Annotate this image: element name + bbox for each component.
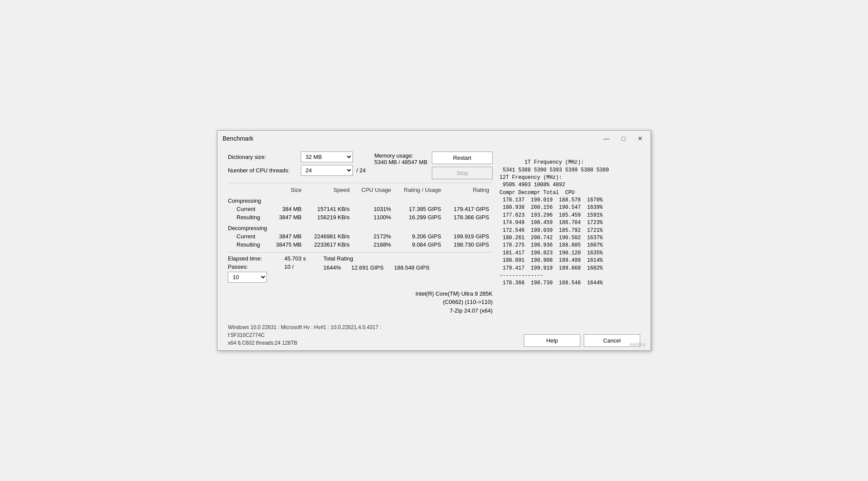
decomp-resulting-rating: 198.730 GIPS [445,240,493,249]
total-rating-usage: 12.691 GIPS [351,264,383,271]
help-button[interactable]: Help [524,334,580,347]
restart-button[interactable]: Restart [432,152,493,164]
bottom-buttons: Help Cancel [524,334,640,347]
decomp-resulting-speed: 2233617 KB/s [305,240,353,249]
decomp-current-speed: 2246981 KB/s [305,232,353,240]
close-button[interactable]: ✕ [635,134,645,143]
comp-resulting-rating-usage: 16.299 GIPS [395,213,444,221]
decomp-resulting-rating-usage: 9.084 GIPS [395,240,444,249]
col-header-rating: Rating [445,186,493,194]
sys-info: Windows 10.0 22631 : Microsoft Hv : Hv#1… [228,323,381,347]
cpu-threads-slash: / 24 [356,167,366,174]
dictionary-size-row: Dictionary size: 32 MB [228,152,366,162]
total-rating-cpu: 1644% [323,264,341,271]
col-header-rating-usage: Rating / Usage [395,186,444,194]
comp-current-cpu: 1031% [353,205,395,213]
comp-resulting-name: Resulting [228,213,268,221]
decomp-resulting-name: Resulting [228,240,268,249]
compressing-label: Compressing [228,194,493,205]
cpu-threads-dropdown[interactable]: 24 [301,165,353,176]
passes-label: Passes: [228,264,284,270]
elapsed-time-row: Elapsed time: 45.703 s [228,255,323,262]
dictionary-size-label: Dictionary size: [228,154,297,160]
window-controls: — □ ✕ [601,134,645,143]
decompressing-current-row: Current 3847 MB 2246981 KB/s 2172% 9.206… [228,232,493,240]
compressing-resulting-row: Resulting 3847 MB 156219 KB/s 1100% 16.2… [228,213,493,221]
decomp-current-rating-usage: 9.206 GIPS [395,232,444,240]
decomp-resulting-size: 38475 MB [268,240,305,249]
col-header-cpu: CPU Usage [353,186,395,194]
col-header-speed: Speed [305,186,353,194]
decompressing-header-row: Decompressing [228,221,493,232]
comp-current-rating: 179.417 GIPS [445,205,493,213]
right-panel-content: 1T Frequency (MHz): 5341 5388 5390 5393 … [500,159,609,286]
action-buttons: Restart Stop [432,152,493,179]
window-title: Benchmark [223,135,253,142]
decomp-current-name: Current [228,232,268,240]
passes-dropdown-row: 10 [228,272,323,283]
comp-resulting-speed: 156219 KB/s [305,213,353,221]
decomp-current-size: 3847 MB [268,232,305,240]
comp-resulting-rating: 178.366 GIPS [445,213,493,221]
col-header-size: Size [268,186,305,194]
decomp-current-rating: 199.919 GIPS [445,232,493,240]
comp-current-size: 384 MB [268,205,305,213]
total-rating-label: Total Rating [323,255,493,262]
col-header-name [228,186,268,194]
cpu-threads-label: Number of CPU threads: [228,167,297,174]
zip-version: 7-Zip 24.07 (x64) [228,306,493,315]
memory-value: 5340 MB / 48547 MB [375,159,427,165]
passes-value: 10 / [284,264,294,270]
total-rating-gips: 188.548 GIPS [394,264,430,271]
left-panel: Dictionary size: 32 MB Number of CPU thr… [228,152,493,315]
compressing-header-row: Compressing [228,194,493,205]
comp-current-speed: 157141 KB/s [305,205,353,213]
elapsed-time-label: Elapsed time: [228,255,284,262]
maximize-button[interactable]: □ [619,134,628,143]
right-panel: 1T Frequency (MHz): 5341 5388 5390 5393 … [493,152,640,315]
benchmark-table: Size Speed CPU Usage Rating / Usage Rati… [228,186,493,249]
bottom-section: Windows 10.0 22631 : Microsoft Hv : Hv#1… [223,320,645,350]
dictionary-size-dropdown[interactable]: 32 MB [301,152,353,162]
cpu-info-line2: (C0662) (110->110) [228,298,493,306]
memory-label: Memory usage: [375,152,427,159]
stop-button[interactable]: Stop [432,167,493,179]
sys-info-line2: f:5F310C2774C [228,331,381,339]
sys-info-line3: x64 6.C602 threads:24 128TB [228,339,381,347]
cpu-info-line1: Intel(R) Core(TM) Ultra 9 285K [228,290,493,298]
sys-info-line1: Windows 10.0 22631 : Microsoft Hv : Hv#1… [228,323,381,331]
minimize-button[interactable]: — [601,134,612,143]
decompressing-resulting-row: Resulting 38475 MB 2233617 KB/s 2188% 9.… [228,240,493,249]
elapsed-time-value: 45.703 s [284,255,306,262]
watermark: webuy [629,341,646,347]
comp-resulting-cpu: 1100% [353,213,395,221]
decomp-current-cpu: 2172% [353,232,395,240]
decompressing-label: Decompressing [228,221,493,232]
compressing-current-row: Current 384 MB 157141 KB/s 1031% 17.395 … [228,205,493,213]
passes-dropdown[interactable]: 10 [228,272,267,283]
cpu-info: Intel(R) Core(TM) Ultra 9 285K (C0662) (… [228,290,493,315]
decomp-resulting-cpu: 2188% [353,240,395,249]
comp-current-name: Current [228,205,268,213]
comp-resulting-size: 3847 MB [268,213,305,221]
cpu-threads-row: Number of CPU threads: 24 / 24 [228,165,366,176]
passes-row: Passes: 10 / [228,264,323,270]
title-bar: Benchmark — □ ✕ [217,131,651,145]
comp-current-rating-usage: 17.395 GIPS [395,205,444,213]
